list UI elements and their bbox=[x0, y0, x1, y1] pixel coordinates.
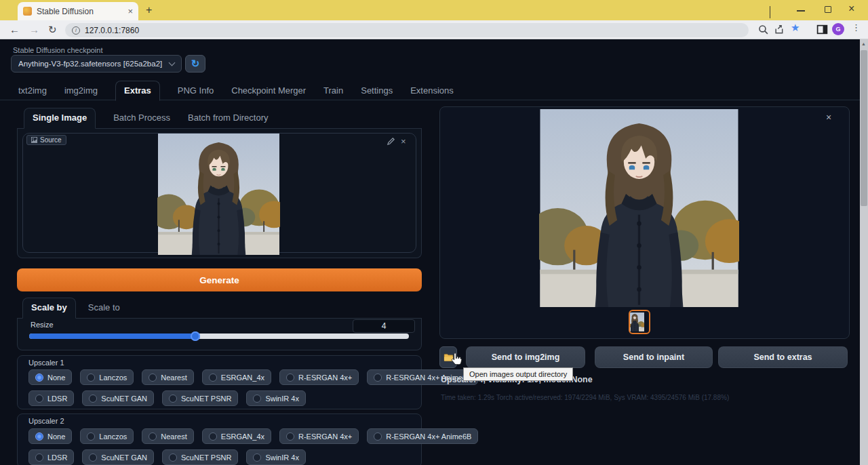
main-nav-tabs: txt2img img2img Extras PNG Info Checkpoi… bbox=[18, 81, 454, 100]
upscaler-option-swinir[interactable]: SwinIR 4x bbox=[246, 390, 306, 406]
resize-slider-handle[interactable] bbox=[191, 331, 200, 341]
upscaler-option-resrgan4x[interactable]: R-ESRGAN 4x+ bbox=[279, 369, 359, 385]
radio-icon bbox=[169, 395, 177, 403]
tab-extras[interactable]: Extras bbox=[115, 81, 160, 101]
clear-image-icon[interactable]: × bbox=[401, 137, 406, 146]
tab-train[interactable]: Train bbox=[323, 85, 343, 100]
edit-icon[interactable] bbox=[387, 137, 395, 146]
url-text: 127.0.0.1:7860 bbox=[85, 26, 139, 35]
radio-icon bbox=[209, 432, 217, 441]
tab-search-icon[interactable] bbox=[770, 6, 770, 18]
upscaler2-row2: LDSR ScuNET GAN ScuNET PSNR SwinIR 4x bbox=[28, 449, 306, 465]
radio-icon bbox=[149, 373, 157, 382]
upscaler1-label: Upscaler 1 bbox=[28, 359, 64, 367]
scrollbar-thumb[interactable] bbox=[861, 50, 867, 206]
tab-png-info[interactable]: PNG Info bbox=[178, 85, 214, 100]
upscaler2-row1: None Lanczos Nearest ESRGAN_4x R-ESRGAN … bbox=[28, 428, 478, 444]
site-info-icon[interactable]: i bbox=[72, 26, 80, 35]
option-label: ESRGAN_4x bbox=[221, 432, 264, 441]
window-maximize-button[interactable] bbox=[825, 6, 831, 13]
upscaler-option-esrgan4x[interactable]: ESRGAN_4x bbox=[202, 428, 271, 444]
upscaler1-row1: None Lanczos Nearest ESRGAN_4x R-ESRGAN … bbox=[28, 369, 478, 385]
option-label: Nearest bbox=[161, 373, 187, 382]
upscaler-option-ldsr[interactable]: LDSR bbox=[28, 449, 74, 465]
reload-button[interactable]: ↻ bbox=[48, 23, 57, 37]
forward-button[interactable]: → bbox=[29, 23, 39, 37]
tab-scale-by[interactable]: Scale by bbox=[22, 298, 76, 319]
send-to-img2img-button[interactable]: Send to img2img bbox=[466, 346, 585, 368]
browser-tab[interactable]: Stable Diffusion × bbox=[18, 2, 138, 20]
upscaler-option-swinir[interactable]: SwinIR 4x bbox=[246, 449, 306, 465]
bookmark-star-icon[interactable]: ★ bbox=[791, 22, 800, 34]
back-button[interactable]: ← bbox=[9, 23, 20, 37]
upscaler2-label: Upscaler 2 bbox=[28, 417, 64, 425]
send-to-inpaint-button[interactable]: Send to inpaint bbox=[595, 346, 713, 368]
window-close-button[interactable]: × bbox=[848, 3, 854, 15]
new-tab-button[interactable]: + bbox=[146, 4, 152, 16]
option-label: LDSR bbox=[47, 453, 67, 462]
upscaler-option-none[interactable]: None bbox=[28, 369, 72, 385]
zoom-icon[interactable] bbox=[757, 24, 769, 35]
url-bar[interactable]: i 127.0.0.1:7860 bbox=[65, 23, 749, 37]
tab-close-icon[interactable]: × bbox=[127, 7, 133, 16]
option-label: SwinIR 4x bbox=[265, 395, 299, 403]
upscaler-option-resrgan4x[interactable]: R-ESRGAN 4x+ bbox=[279, 428, 359, 444]
tab-single-image[interactable]: Single Image bbox=[24, 108, 96, 129]
side-panel-icon[interactable] bbox=[816, 24, 828, 35]
tab-batch-from-directory[interactable]: Batch from Directory bbox=[188, 113, 268, 128]
tab-scale-to[interactable]: Scale to bbox=[88, 302, 120, 318]
profile-avatar[interactable]: G bbox=[832, 23, 844, 35]
checkpoint-dropdown[interactable]: Anything-V3-fp32.safetensors [625a2ba2] bbox=[11, 55, 182, 73]
upscaler-option-scunet-gan[interactable]: ScuNET GAN bbox=[82, 390, 154, 406]
tab-extensions[interactable]: Extensions bbox=[410, 85, 454, 100]
result-image[interactable] bbox=[539, 109, 739, 307]
footer-stats-text: Time taken: 1.29s Torch active/reserved:… bbox=[441, 394, 729, 401]
upscaler-option-esrgan4x[interactable]: ESRGAN_4x bbox=[202, 369, 271, 385]
radio-icon bbox=[35, 395, 43, 403]
upscaler-option-ldsr[interactable]: LDSR bbox=[28, 390, 74, 406]
send-to-extras-button[interactable]: Send to extras bbox=[718, 346, 848, 368]
option-label: ScuNET GAN bbox=[101, 395, 147, 403]
upscaler-option-scunet-psnr[interactable]: ScuNET PSNR bbox=[162, 390, 238, 406]
share-icon[interactable] bbox=[774, 24, 786, 35]
radio-icon bbox=[374, 432, 382, 441]
radio-icon bbox=[87, 373, 95, 382]
option-label: SwinIR 4x bbox=[265, 453, 299, 462]
refresh-checkpoints-button[interactable]: ↻ bbox=[185, 55, 205, 73]
upscaler-option-none[interactable]: None bbox=[28, 428, 72, 444]
radio-icon bbox=[209, 373, 217, 382]
upscaler-option-lanczos[interactable]: Lanczos bbox=[80, 369, 134, 385]
radio-icon bbox=[35, 453, 43, 462]
resize-number-input[interactable]: 4 bbox=[353, 319, 415, 333]
upscaler-option-lanczos[interactable]: Lanczos bbox=[80, 428, 134, 444]
option-label: ScuNET GAN bbox=[101, 453, 147, 462]
tab-batch-process[interactable]: Batch Process bbox=[113, 113, 170, 128]
scale-mode-tabs: Scale by Scale to bbox=[17, 298, 422, 319]
tab-title: Stable Diffusion bbox=[37, 7, 123, 16]
dropzone-tools: × bbox=[387, 137, 406, 146]
upscaler-option-anime6b[interactable]: R-ESRGAN 4x+ Anime6B bbox=[367, 428, 478, 444]
window-minimize-button[interactable] bbox=[797, 10, 805, 12]
radio-icon bbox=[149, 432, 157, 441]
tab-img2img[interactable]: img2img bbox=[64, 85, 98, 100]
upscaler-option-scunet-psnr[interactable]: ScuNET PSNR bbox=[162, 449, 238, 465]
upscaler-option-nearest[interactable]: Nearest bbox=[142, 428, 194, 444]
radio-icon bbox=[89, 395, 97, 403]
gallery-close-icon[interactable]: × bbox=[826, 112, 831, 123]
option-label: R-ESRGAN 4x+ bbox=[298, 432, 352, 441]
upscaler1-row2: LDSR ScuNET GAN ScuNET PSNR SwinIR 4x bbox=[28, 390, 306, 406]
upscaler-option-nearest[interactable]: Nearest bbox=[142, 369, 194, 385]
upscaler1-panel: Upscaler 1 None Lanczos Nearest ESRGAN_4… bbox=[17, 355, 422, 409]
source-label-chip: Source bbox=[26, 135, 66, 145]
generate-button[interactable]: Generate bbox=[17, 268, 422, 291]
radio-icon bbox=[89, 453, 97, 462]
gallery-thumbnail[interactable] bbox=[629, 310, 650, 334]
upscaler-option-scunet-gan[interactable]: ScuNET GAN bbox=[82, 449, 154, 465]
tab-checkpoint-merger[interactable]: Checkpoint Merger bbox=[231, 85, 306, 100]
source-image bbox=[157, 134, 280, 255]
scroll-up-icon[interactable]: ▲ bbox=[861, 41, 866, 46]
tab-txt2img[interactable]: txt2img bbox=[18, 85, 47, 100]
browser-menu-icon[interactable]: ⋮ bbox=[852, 22, 861, 33]
favicon-icon bbox=[23, 7, 32, 16]
tab-settings[interactable]: Settings bbox=[361, 85, 393, 100]
